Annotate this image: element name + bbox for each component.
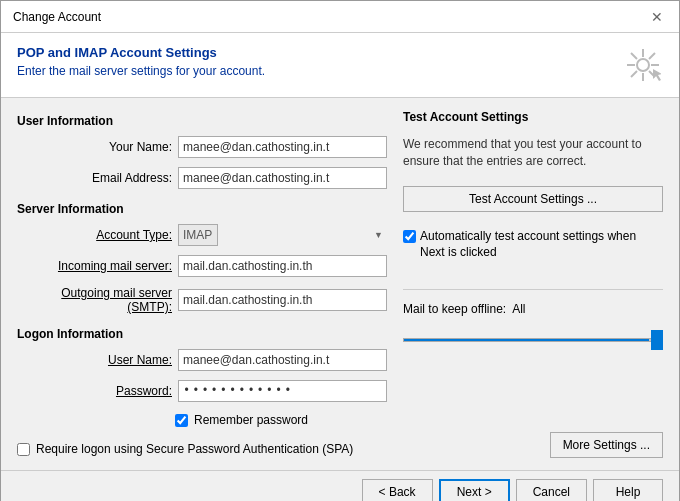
require-spa-label: Require logon using Secure Password Auth… (36, 441, 353, 458)
cancel-button[interactable]: Cancel (516, 479, 587, 501)
more-settings-button[interactable]: More Settings ... (550, 432, 663, 458)
account-type-label: Account Type: (17, 228, 172, 242)
outgoing-server-input[interactable] (178, 289, 387, 311)
remember-password-label: Remember password (194, 413, 308, 427)
svg-line-7 (631, 71, 637, 77)
require-spa-row: Require logon using Secure Password Auth… (17, 441, 387, 458)
account-type-select[interactable]: IMAP (178, 224, 218, 246)
divider (403, 289, 663, 290)
help-button[interactable]: Help (593, 479, 663, 501)
server-info-label: Server Information (17, 202, 387, 216)
header-description: Enter the mail server settings for your … (17, 64, 265, 78)
require-spa-checkbox[interactable] (17, 443, 30, 456)
email-address-label: Email Address: (17, 171, 172, 185)
right-panel-title: Test Account Settings (403, 110, 663, 124)
account-type-select-wrapper[interactable]: IMAP (178, 224, 387, 246)
header-desc-text: Enter the mail server settings for (17, 64, 193, 78)
header-section: POP and IMAP Account Settings Enter the … (1, 33, 679, 98)
email-address-row: Email Address: (17, 167, 387, 189)
mail-offline-text: Mail to keep offline: (403, 302, 506, 316)
mail-offline-label: Mail to keep offline: All (403, 302, 663, 316)
user-info-label: User Information (17, 114, 387, 128)
mail-offline-value: All (512, 302, 525, 316)
header-desc-link: your account (193, 64, 262, 78)
outgoing-server-label: Outgoing mail server (SMTP): (17, 286, 172, 314)
account-type-row: Account Type: IMAP (17, 224, 387, 246)
header-desc-end: . (262, 64, 265, 78)
content-area: User Information Your Name: Email Addres… (1, 98, 679, 470)
header-text: POP and IMAP Account Settings Enter the … (17, 45, 265, 78)
password-label: Password: (17, 384, 172, 398)
username-row: User Name: (17, 349, 387, 371)
your-name-label: Your Name: (17, 140, 172, 154)
dialog-title: Change Account (13, 10, 101, 24)
your-name-row: Your Name: (17, 136, 387, 158)
test-account-settings-button[interactable]: Test Account Settings ... (403, 186, 663, 212)
svg-line-6 (649, 53, 655, 59)
incoming-server-row: Incoming mail server: (17, 255, 387, 277)
right-panel: Test Account Settings We recommend that … (403, 110, 663, 458)
svg-point-8 (637, 59, 649, 71)
next-button[interactable]: Next > (439, 479, 510, 501)
account-settings-icon (623, 45, 663, 85)
back-button[interactable]: < Back (362, 479, 433, 501)
mail-offline-slider-container[interactable] (403, 328, 663, 352)
remember-password-row: Remember password (175, 413, 387, 427)
username-label: User Name: (17, 353, 172, 367)
incoming-server-input[interactable] (178, 255, 387, 277)
left-panel: User Information Your Name: Email Addres… (17, 110, 387, 458)
auto-test-row: Automatically test account settings when… (403, 228, 663, 262)
svg-marker-9 (653, 69, 661, 81)
outgoing-server-row: Outgoing mail server (SMTP): (17, 286, 387, 314)
username-input[interactable] (178, 349, 387, 371)
auto-test-checkbox[interactable] (403, 230, 416, 243)
remember-password-checkbox[interactable] (175, 414, 188, 427)
change-account-dialog: Change Account ✕ POP and IMAP Account Se… (0, 0, 680, 501)
footer: < Back Next > Cancel Help (1, 470, 679, 501)
incoming-server-label: Incoming mail server: (17, 259, 172, 273)
email-address-input[interactable] (178, 167, 387, 189)
auto-test-label: Automatically test account settings when… (420, 228, 663, 262)
header-title: POP and IMAP Account Settings (17, 45, 265, 60)
password-row: Password: (17, 380, 387, 402)
title-bar: Change Account ✕ (1, 1, 679, 33)
password-input[interactable] (178, 380, 387, 402)
your-name-input[interactable] (178, 136, 387, 158)
close-button[interactable]: ✕ (647, 7, 667, 27)
logon-info-label: Logon Information (17, 327, 387, 341)
svg-line-4 (631, 53, 637, 59)
right-panel-description: We recommend that you test your account … (403, 136, 663, 170)
